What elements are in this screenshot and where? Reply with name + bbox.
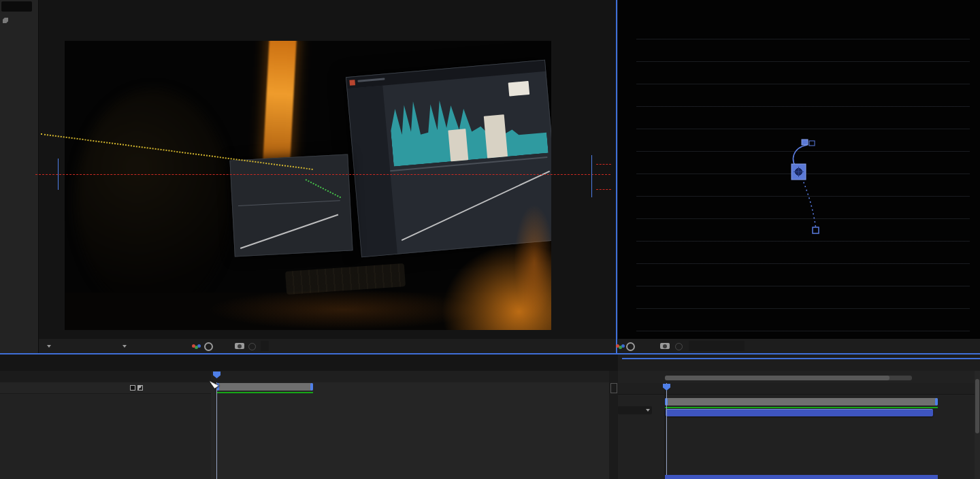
project-panel — [0, 0, 39, 354]
timeline-column-headers — [0, 382, 211, 394]
secondary-viewer-toolbar — [618, 339, 980, 353]
bezier-motion-path[interactable] — [769, 133, 851, 245]
secondary-timeline-panel — [618, 371, 980, 479]
dashboard-logo — [349, 80, 355, 86]
teal-area-chart — [387, 80, 549, 166]
channel-rgb-icon[interactable] — [192, 344, 195, 348]
playhead-line[interactable] — [666, 383, 667, 479]
channel-rgb-icon[interactable] — [616, 344, 619, 348]
keyboard-glow — [208, 289, 480, 330]
scrollbar-thumb[interactable] — [665, 376, 889, 380]
tag-icon — [3, 18, 8, 23]
orange-light-streak — [263, 41, 297, 167]
composition-viewer[interactable] — [39, 0, 616, 353]
work-area-bar[interactable] — [665, 398, 938, 406]
rendered-frames-indicator — [665, 407, 938, 408]
exposure-icon[interactable] — [204, 342, 213, 351]
rendered-frames-indicator — [216, 392, 313, 393]
viewer-toolbar — [39, 339, 616, 353]
right-timeline-top — [618, 354, 980, 371]
white-card — [508, 81, 530, 97]
exposure-icon[interactable] — [626, 342, 635, 351]
timeline-toolbar — [0, 371, 211, 382]
show-snapshot-icon[interactable] — [248, 343, 256, 350]
selected-layer-bar[interactable] — [665, 475, 938, 479]
beige-block — [448, 129, 468, 161]
resolution-select[interactable] — [82, 342, 129, 351]
comp-marker-button[interactable] — [610, 383, 617, 393]
work-area-end-handle[interactable] — [935, 398, 938, 406]
show-snapshot-icon[interactable] — [675, 343, 683, 350]
timeline-panel — [0, 371, 618, 479]
project-type-column-header[interactable] — [3, 16, 38, 24]
beige-block — [484, 114, 508, 158]
column-divider — [664, 383, 665, 479]
timecode-display[interactable] — [689, 341, 745, 351]
horizontal-scrollbar[interactable] — [665, 376, 912, 380]
project-thumbnail — [1, 1, 32, 12]
matte-invert-icon — [137, 385, 143, 391]
work-area-bar[interactable] — [216, 383, 313, 391]
project-item-list — [0, 27, 38, 347]
composition-tabs — [0, 354, 618, 371]
magnification-select[interactable] — [41, 342, 54, 351]
scrollbar-thumb[interactable] — [975, 379, 979, 433]
work-area-end-handle[interactable] — [310, 383, 313, 391]
chevron-down-icon — [646, 409, 650, 412]
timecode-display[interactable] — [261, 341, 269, 351]
chevron-down-icon — [122, 345, 127, 348]
timeline-ruler[interactable] — [618, 383, 980, 395]
layer-bar[interactable] — [666, 409, 933, 416]
layer-rows — [0, 393, 211, 479]
secondary-viewer[interactable] — [618, 0, 980, 353]
orange-edge-glow — [514, 204, 551, 320]
chevron-down-icon — [47, 345, 51, 348]
parent-select[interactable] — [618, 406, 652, 414]
left-monitor — [229, 154, 353, 257]
playhead-line[interactable] — [216, 382, 217, 479]
person-silhouette — [75, 88, 231, 313]
matte-toggle-icon — [130, 385, 135, 391]
panel-divider[interactable] — [616, 0, 617, 353]
composition-footage — [65, 41, 551, 330]
after-effects-window — [0, 0, 980, 479]
timeline-graph[interactable] — [211, 382, 609, 479]
timeline-ruler[interactable] — [211, 371, 609, 383]
teal-block-chart — [236, 163, 333, 203]
snapshot-camera-icon[interactable] — [660, 343, 670, 349]
snapshot-camera-icon[interactable] — [235, 343, 244, 349]
active-panel-topline — [622, 358, 980, 359]
